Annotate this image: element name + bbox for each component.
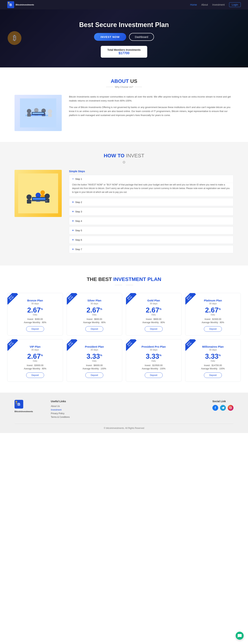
step-3-header[interactable]: + Step 3 (69, 208, 233, 215)
footer: B Bitcoininvestments Useful Links About … (0, 392, 248, 433)
plan-name-2: Gold Plan (129, 299, 178, 302)
nav-about[interactable]: About (201, 3, 208, 6)
deposit-button-4[interactable]: Deposit (26, 372, 44, 378)
about-content: Bitcoin Investments seeks to empower com… (15, 95, 233, 131)
plan-invest-6: Invest : $10500.00 (129, 364, 178, 367)
invest-now-button[interactable]: INVEST NOW (94, 33, 126, 41)
step-4-header[interactable]: + Step 4 (69, 217, 233, 225)
plan-name-1: Silver Plan (70, 299, 119, 302)
about-title-blue: ABOUT (111, 78, 129, 84)
svg-point-39 (231, 407, 231, 408)
step-3-toggle: + (72, 210, 74, 213)
plan-name-4: VIP Plan (10, 345, 60, 348)
plan-name-7: Millionaires Plan (188, 345, 238, 348)
plan-rate-label-7: Daily (188, 360, 238, 362)
plan-rate-7: 3.33% (188, 353, 238, 360)
svg-point-36 (16, 404, 17, 406)
deposit-button-2[interactable]: Deposit (145, 326, 163, 332)
plan-name-3: Platinum Plan (188, 299, 238, 302)
howto-title: HOW TO INVEST (15, 153, 233, 158)
footer-link-privacy[interactable]: Privacy Policy (51, 412, 70, 415)
step-5-item: + Step 5 (69, 226, 233, 234)
total-amount: $17700 (107, 51, 141, 55)
deposit-button-3[interactable]: Deposit (204, 326, 222, 332)
footer-logo-text: Bitcoininvestments (15, 410, 40, 412)
instagram-icon[interactable] (228, 405, 233, 411)
plan-monthly-7: Average Monthly : 100% (188, 368, 238, 370)
plan-days-4: 30 days (10, 348, 60, 351)
nav-login-button[interactable]: Login (229, 2, 241, 7)
deposit-button-1[interactable]: Deposit (85, 326, 103, 332)
step-1-label: Step 1 (75, 178, 82, 180)
plan-days-2: 30 days (129, 302, 178, 305)
svg-point-23 (36, 193, 41, 198)
hero-buttons: INVEST NOW Dashboard (79, 33, 169, 41)
svg-point-27 (41, 190, 45, 195)
footer-copyright: © bitcoininvestments. All Rights Reserve… (15, 424, 233, 430)
step-1-item: − Step 1 Click the button "INVEST NOW" o… (69, 175, 233, 197)
facebook-icon[interactable] (212, 405, 218, 411)
step-1-body: Click the button "INVEST NOW" or "BUY NO… (69, 183, 233, 196)
nav-investment[interactable]: Investment (212, 3, 225, 6)
plan-monthly-1: Average Monthly : 80% (70, 321, 119, 324)
footer-link-terms[interactable]: Terms & Conditions (51, 416, 70, 418)
step-6-header[interactable]: + Step 6 (69, 236, 233, 244)
svg-point-34 (16, 401, 17, 402)
step-2-item: + Step 2 (69, 198, 233, 206)
svg-point-11 (34, 108, 39, 112)
plan-monthly-3: Average Monthly : 80% (188, 321, 238, 324)
footer-social-col: Social Link (212, 400, 233, 411)
dashboard-button[interactable]: Dashboard (129, 33, 154, 41)
plan-rate-label-0: Daily (10, 314, 60, 316)
telegram-icon[interactable] (220, 405, 226, 411)
svg-rect-31 (33, 198, 45, 200)
plan-card-7: BEST PLAN Millionaires Plan 30 days 3.33… (185, 339, 241, 382)
plan-rate-label-1: Daily (70, 314, 119, 316)
footer-link-about[interactable]: About Us (51, 405, 70, 408)
plans-title-blue: INVESTMENT PLAN (112, 276, 161, 282)
plan-card-0: BEST PLAN Bronze Plan 30 days 2.67% Dail… (7, 293, 63, 336)
nav-links: Home About Investment Login (190, 2, 241, 7)
plan-card-6: BEST PLAN President Pro Plan 30 days 3.3… (126, 339, 182, 382)
about-para1: Bitcoin Investments seeks to empower com… (69, 95, 233, 103)
step-7-header[interactable]: + Step 7 (69, 246, 233, 253)
plan-days-3: 30 days (188, 302, 238, 305)
plans-section: THE BEST INVESTMENT PLAN BEST PLAN Bronz… (0, 266, 248, 392)
svg-text:₿: ₿ (13, 34, 16, 42)
plan-card-1: BEST PLAN Silver Plan 30 days 2.67% Dail… (67, 293, 122, 336)
step-2-toggle: + (72, 200, 74, 204)
plan-rate-3: 2.67% (188, 307, 238, 314)
step-5-header[interactable]: + Step 5 (69, 226, 233, 234)
plan-monthly-6: Average Monthly : 100% (129, 368, 178, 370)
plan-days-7: 30 days (188, 348, 238, 351)
svg-rect-37 (229, 407, 232, 409)
footer-useful-links-heading: Useful Links (51, 400, 70, 403)
plan-rate-6: 3.33% (129, 353, 178, 360)
footer-link-investment[interactable]: Investment (51, 408, 70, 411)
step-4-toggle: + (72, 219, 74, 222)
hero-heading: Best Secure Investment Plan (79, 21, 169, 29)
plan-card-2: BEST PLAN Gold Plan 30 days 2.67% Daily … (126, 293, 182, 336)
plan-rate-label-3: Daily (188, 314, 238, 316)
about-subtitle: Why Choose Us? (15, 86, 233, 88)
howto-title-gray: INVEST (125, 153, 144, 158)
step-3-label: Step 3 (75, 210, 82, 213)
deposit-button-0[interactable]: Deposit (26, 326, 44, 332)
logo[interactable]: B Bitcoininvestments (7, 1, 34, 8)
deposit-button-5[interactable]: Deposit (85, 372, 103, 378)
plan-rate-4: 2.67% (10, 353, 60, 360)
svg-point-3 (8, 4, 9, 5)
plan-card-4: BEST PLAN VIP Plan 30 days 2.67% Daily I… (7, 339, 63, 382)
step-6-label: Step 6 (75, 238, 82, 241)
nav-home[interactable]: Home (190, 3, 197, 6)
deposit-button-6[interactable]: Deposit (145, 372, 163, 378)
deposit-button-7[interactable]: Deposit (204, 372, 222, 378)
navbar: B Bitcoininvestments Home About Investme… (0, 0, 248, 10)
step-2-label: Step 2 (75, 201, 82, 204)
step-1-header[interactable]: − Step 1 (69, 175, 233, 183)
plan-invest-3: Invest : $1500.00 (188, 318, 238, 320)
plan-rate-label-4: Daily (10, 360, 60, 362)
step-2-header[interactable]: + Step 2 (69, 198, 233, 206)
svg-point-9 (27, 109, 31, 113)
plan-invest-7: Invest : $14700.00 (188, 364, 238, 367)
